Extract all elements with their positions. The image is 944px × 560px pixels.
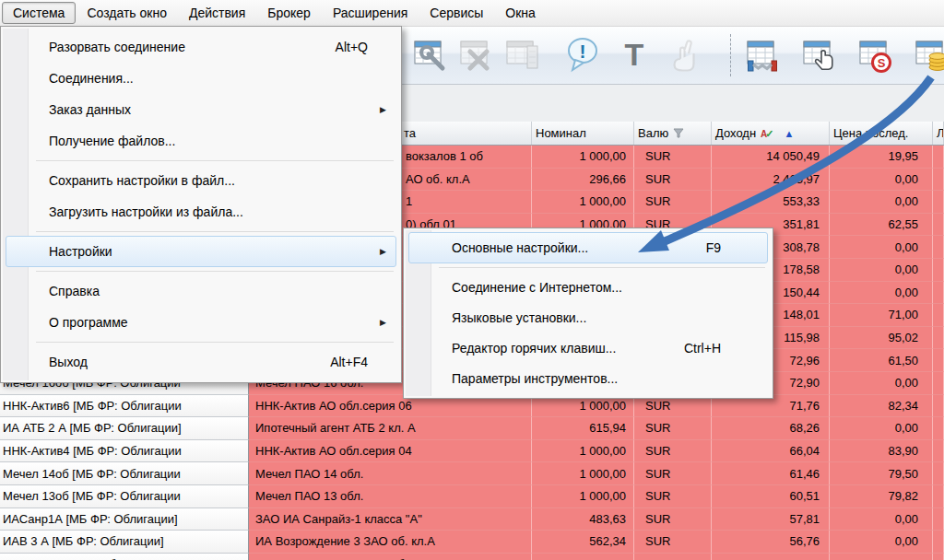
cell-currency[interactable]: SUR xyxy=(634,146,712,169)
menubar-item-2[interactable]: Действия xyxy=(178,2,256,24)
cell-last-price[interactable]: 0,00 xyxy=(830,372,933,395)
cell-nominal[interactable]: 785,78 xyxy=(532,554,634,560)
cell-last-price[interactable]: 62,55 xyxy=(830,214,933,237)
cell-last-price[interactable]: 82,34 xyxy=(830,395,933,418)
cell-last-price[interactable]: 71,00 xyxy=(830,304,933,327)
cell-yield[interactable]: 66,04 xyxy=(712,440,830,463)
table-row[interactable]: ИА АТБ 2 А [МБ ФР: Облигации]Ипотечный а… xyxy=(0,417,944,440)
cell-name[interactable]: ННК-Актив АО обл.серия 04 xyxy=(249,440,532,463)
letter-t-icon[interactable]: T xyxy=(613,32,655,78)
cell-last-price[interactable]: 79,50 xyxy=(830,462,933,485)
cell-currency[interactable]: SUR xyxy=(634,462,712,485)
cell-currency[interactable]: SUR xyxy=(634,508,712,531)
cell-next-sliver[interactable] xyxy=(933,214,944,237)
table-settings-wrench-icon[interactable] xyxy=(409,32,452,78)
system-menu-item-3[interactable]: Получение файлов... xyxy=(6,125,396,157)
table-row[interactable]: Мечел 13об [МБ ФР: ОблигацииМечел ПАО 13… xyxy=(0,485,944,508)
cell-nominal[interactable]: 562,34 xyxy=(532,531,634,554)
settings-submenu-item-2[interactable]: Соединение с Интернетом... xyxy=(408,272,768,302)
menubar-item-5[interactable]: Сервисы xyxy=(419,2,494,24)
cell-next-sliver[interactable] xyxy=(933,372,944,395)
cell-yield[interactable]: 553,33 xyxy=(712,191,830,214)
cell-next-sliver[interactable] xyxy=(933,191,944,214)
cell-last-price[interactable]: 79,82 xyxy=(830,485,933,508)
cell-currency[interactable]: SUR xyxy=(634,169,712,192)
system-menu-item-2[interactable]: Заказ данных▶ xyxy=(6,94,396,125)
cell-next-sliver[interactable] xyxy=(933,395,944,418)
cell-last-price[interactable]: 0,00 xyxy=(830,531,933,554)
cell-last-price[interactable]: 0,00 xyxy=(830,236,933,259)
cell-next-sliver[interactable] xyxy=(933,304,944,327)
header-currency[interactable]: Валю xyxy=(634,122,712,145)
cell-instrument[interactable]: ИА АТБ 2 А [МБ ФР: Облигации] xyxy=(0,417,249,440)
settings-submenu-item-0[interactable]: Основные настройки...F9 xyxy=(408,232,768,263)
table-hand-pointer-icon[interactable] xyxy=(798,32,841,78)
header-yield[interactable]: Доходн A✓ ▲ xyxy=(712,122,830,145)
table-handshake-icon[interactable] xyxy=(742,32,785,78)
menubar-item-3[interactable]: Брокер xyxy=(256,2,322,24)
system-menu-item-11[interactable]: О программе▶ xyxy=(6,307,396,338)
cell-instrument[interactable]: ИАСанр1А [МБ ФР: Облигации] xyxy=(0,508,249,531)
header-next-fragment[interactable]: Л xyxy=(933,122,944,145)
cell-last-price[interactable]: 0,00 xyxy=(830,259,933,282)
system-menu-item-13[interactable]: ВыходAlt+F4 xyxy=(6,346,396,378)
cell-yield[interactable]: 68,26 xyxy=(712,417,830,440)
cell-nominal[interactable]: 1 000,00 xyxy=(532,440,634,463)
cell-last-price[interactable]: 0,00 xyxy=(830,169,933,192)
menubar-item-1[interactable]: Создать окно xyxy=(76,2,178,24)
menubar-item-4[interactable]: Расширения xyxy=(322,2,419,24)
cell-name[interactable]: ИА Возрождение 4 ЗАО об. кл.А xyxy=(249,554,532,560)
table-row[interactable]: Мечел 14об [МБ ФР: ОблигацииМечел ПАО 14… xyxy=(0,462,944,485)
table-row[interactable]: ИАВ 3 А [МБ ФР: Облигации]ИА Возрождение… xyxy=(0,531,944,554)
cell-nominal[interactable]: 1 000,00 xyxy=(532,485,634,508)
cell-next-sliver[interactable] xyxy=(933,554,944,560)
cell-instrument[interactable]: ННК-Актив4 [МБ ФР: Облигации xyxy=(0,440,249,463)
table-delete-icon[interactable] xyxy=(455,32,498,78)
cell-yield[interactable]: 14 050,49 xyxy=(712,146,830,169)
cell-nominal[interactable]: 296,66 xyxy=(532,169,634,192)
cell-yield[interactable]: 60,51 xyxy=(712,485,830,508)
cell-last-price[interactable]: 19,95 xyxy=(830,146,933,169)
table-row[interactable]: ННК-Актив4 [МБ ФР: ОблигацииННК-Актив АО… xyxy=(0,440,944,463)
cell-next-sliver[interactable] xyxy=(933,531,944,554)
cell-nominal[interactable]: 483,63 xyxy=(532,508,634,531)
cell-last-price[interactable]: 0,00 xyxy=(830,508,933,531)
cell-next-sliver[interactable] xyxy=(933,327,944,350)
system-menu-item-8[interactable]: Настройки▶ xyxy=(6,236,396,267)
cell-name[interactable]: Мечел ПАО 14 обл. xyxy=(249,462,532,485)
settings-submenu-item-3[interactable]: Языковые установки... xyxy=(408,302,768,332)
cell-next-sliver[interactable] xyxy=(933,146,944,169)
menubar-item-6[interactable]: Окна xyxy=(494,2,547,24)
cell-instrument[interactable]: ИАВ 3 А [МБ ФР: Облигации] xyxy=(0,531,249,554)
cell-name[interactable]: ИА Возрождение 3 ЗАО об. кл.А xyxy=(249,531,532,554)
cell-instrument[interactable]: Мечел 14об [МБ ФР: Облигации xyxy=(0,462,249,485)
cell-name[interactable]: Мечел ПАО 13 обл. xyxy=(249,485,532,508)
cell-next-sliver[interactable] xyxy=(933,440,944,463)
header-last-price[interactable]: Цена послед. xyxy=(830,122,933,145)
settings-submenu-item-4[interactable]: Редактор горячих клавиш...Ctrl+H xyxy=(408,332,768,363)
notification-bubble-icon[interactable]: ! xyxy=(562,32,605,78)
cell-yield[interactable]: 61,46 xyxy=(712,462,830,485)
cell-last-price[interactable]: 0,00 xyxy=(830,282,933,305)
table-duplicate-icon[interactable] xyxy=(502,32,544,78)
system-menu-item-10[interactable]: Справка xyxy=(6,275,396,307)
cell-name[interactable]: Ипотечный агент АТБ 2 кл. А xyxy=(249,417,532,440)
cell-nominal[interactable]: 1 000,00 xyxy=(532,191,634,214)
cell-instrument[interactable]: ИАВ 4 А [МБ ФР: Облигации] xyxy=(0,554,249,560)
cell-last-price[interactable]: 0,00 xyxy=(830,554,933,560)
hand-gesture-icon[interactable] xyxy=(664,32,706,78)
cell-currency[interactable]: SUR xyxy=(634,440,712,463)
cell-next-sliver[interactable] xyxy=(933,485,944,508)
table-stop-s-icon[interactable]: S xyxy=(855,32,897,78)
cell-name[interactable]: ЗАО ИА Санрайз-1 класса "А" xyxy=(249,508,532,531)
cell-last-price[interactable]: 0,00 xyxy=(830,417,933,440)
system-menu-item-1[interactable]: Соединения... xyxy=(6,63,396,94)
cell-nominal[interactable]: 615,94 xyxy=(532,417,634,440)
cell-last-price[interactable]: 61,50 xyxy=(830,349,933,372)
cell-last-price[interactable]: 95,02 xyxy=(830,327,933,350)
cell-currency[interactable]: SUR xyxy=(634,554,712,560)
cell-instrument[interactable]: ННК-Актив6 [МБ ФР: Облигации xyxy=(0,395,249,418)
cell-currency[interactable]: SUR xyxy=(634,191,712,214)
table-coins-icon[interactable] xyxy=(911,32,944,78)
cell-yield[interactable]: 2 465,97 xyxy=(712,169,830,192)
